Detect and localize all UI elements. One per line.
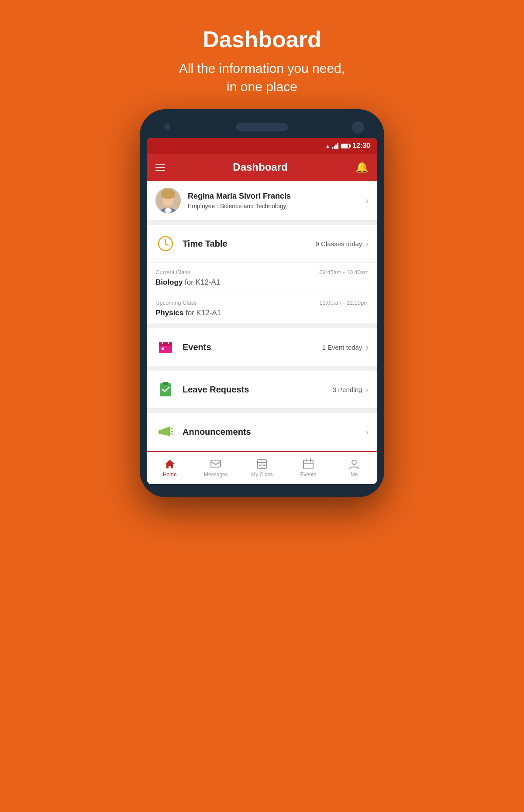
timetable-card-header[interactable]: Time Table 9 Classes today › xyxy=(147,225,377,262)
current-class-time: 09:45am - 10.40am xyxy=(319,269,369,275)
upcoming-class-label: Upcoming Class xyxy=(155,299,197,306)
app-bar: Dashboard 🔔 xyxy=(147,154,377,181)
nav-item-events[interactable]: Events xyxy=(285,452,331,484)
svg-marker-23 xyxy=(165,460,175,468)
timetable-title: Time Table xyxy=(183,239,316,249)
wifi-icon: ▴ xyxy=(326,142,329,149)
events-card: Events 1 Event today › xyxy=(147,328,377,366)
leave-requests-card-header[interactable]: Leave Requests 3 Pending › xyxy=(147,371,377,408)
app-bar-title: Dashboard xyxy=(233,161,287,173)
svg-rect-12 xyxy=(159,344,172,346)
svg-point-30 xyxy=(259,464,261,466)
upcoming-class-subject: Physics for K12-A1 xyxy=(155,309,369,317)
front-camera xyxy=(164,124,170,130)
nav-item-myclass[interactable]: My Class xyxy=(239,452,285,484)
upcoming-class-time: 11:00am - 12.10pm xyxy=(319,299,369,306)
calendar-icon xyxy=(155,337,176,357)
events-badge: 1 Event today xyxy=(322,344,362,351)
page-header: Dashboard All the information you need, … xyxy=(170,0,354,109)
events-chevron-icon: › xyxy=(365,342,369,352)
nav-label-myclass: My Class xyxy=(251,471,272,478)
svg-point-3 xyxy=(161,189,175,199)
profile-chevron-icon: › xyxy=(365,196,369,206)
announcements-chevron-icon: › xyxy=(365,427,369,437)
hamburger-menu-button[interactable] xyxy=(155,164,165,171)
phone-screen: ▴ 12:30 Dashboard xyxy=(147,138,377,484)
clock-icon xyxy=(155,234,176,254)
home-icon xyxy=(164,458,176,470)
phone-shell: ▴ 12:30 Dashboard xyxy=(140,109,384,497)
notification-bell-icon[interactable]: 🔔 xyxy=(355,161,369,173)
nav-item-home[interactable]: Home xyxy=(147,452,193,484)
svg-rect-17 xyxy=(163,382,168,385)
nav-item-messages[interactable]: Messages xyxy=(193,452,239,484)
svg-rect-32 xyxy=(303,460,313,469)
nav-label-events: Events xyxy=(300,471,316,478)
svg-marker-19 xyxy=(162,427,170,436)
profile-role: Employee : Science and Technology xyxy=(188,203,365,210)
megaphone-icon xyxy=(155,422,176,442)
svg-rect-24 xyxy=(211,460,221,467)
svg-rect-15 xyxy=(162,348,164,350)
svg-line-25 xyxy=(211,462,216,464)
avatar xyxy=(155,188,181,213)
svg-line-26 xyxy=(216,462,221,464)
phone-top-bar xyxy=(147,118,377,138)
myclass-icon xyxy=(256,458,268,470)
leave-requests-chevron-icon: › xyxy=(365,385,369,395)
svg-line-20 xyxy=(171,428,172,429)
events-card-header[interactable]: Events 1 Event today › xyxy=(147,328,377,366)
leave-requests-card: Leave Requests 3 Pending › xyxy=(147,371,377,409)
svg-point-31 xyxy=(263,464,265,466)
clipboard-check-icon xyxy=(155,379,176,399)
current-class-label: Current Class xyxy=(155,269,190,275)
messages-icon xyxy=(210,458,221,470)
announcements-title: Announcements xyxy=(183,427,365,437)
events-nav-icon xyxy=(303,458,314,470)
current-class-subject: Biology for K12-A1 xyxy=(155,278,369,287)
profile-card[interactable]: Regina Maria Sivori Francis Employee : S… xyxy=(147,181,377,220)
announcements-card-header[interactable]: Announcements › xyxy=(147,413,377,451)
me-icon xyxy=(348,458,360,470)
profile-name: Regina Maria Sivori Francis xyxy=(188,192,365,201)
signal-icon xyxy=(332,143,338,149)
events-title: Events xyxy=(183,342,322,352)
current-class-item[interactable]: Current Class 09:45am - 10.40am Biology … xyxy=(147,262,377,293)
status-time: 12:30 xyxy=(352,142,370,150)
nav-item-me[interactable]: Me xyxy=(331,452,377,484)
phone-sensor xyxy=(352,121,364,134)
leave-requests-badge: 3 Pending xyxy=(333,386,362,393)
profile-info: Regina Maria Sivori Francis Employee : S… xyxy=(188,192,365,210)
nav-label-home: Home xyxy=(163,471,177,478)
phone-speaker xyxy=(236,123,288,131)
nav-label-me: Me xyxy=(351,471,358,478)
timetable-badge: 9 Classes today xyxy=(316,240,362,248)
status-icons: ▴ 12:30 xyxy=(326,142,370,150)
status-bar: ▴ 12:30 xyxy=(147,138,377,154)
upcoming-class-item[interactable]: Upcoming Class 11:00am - 12.10pm Physics… xyxy=(147,293,377,323)
svg-point-36 xyxy=(352,460,356,464)
svg-line-22 xyxy=(171,434,172,434)
timetable-chevron-icon: › xyxy=(365,239,369,249)
nav-label-messages: Messages xyxy=(204,471,228,478)
page-title: Dashboard xyxy=(179,26,345,52)
page-subtitle: All the information you need, in one pla… xyxy=(179,59,345,96)
announcements-card: Announcements › xyxy=(147,413,377,451)
svg-point-5 xyxy=(165,208,172,213)
timetable-card: Time Table 9 Classes today › Current Cla… xyxy=(147,225,377,324)
bottom-navigation: Home Messages My C xyxy=(147,451,377,484)
battery-icon xyxy=(341,144,350,148)
leave-requests-title: Leave Requests xyxy=(183,385,333,395)
svg-rect-18 xyxy=(159,430,162,434)
content-area: Regina Maria Sivori Francis Employee : S… xyxy=(147,181,377,451)
svg-point-9 xyxy=(165,243,166,244)
